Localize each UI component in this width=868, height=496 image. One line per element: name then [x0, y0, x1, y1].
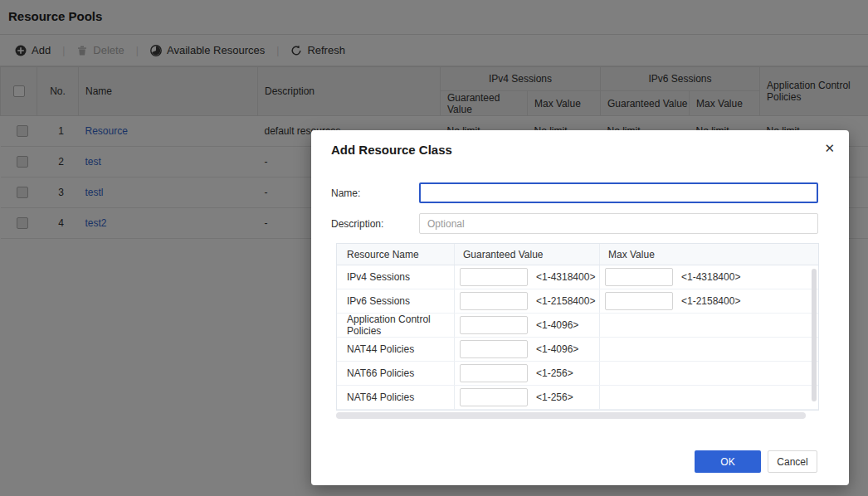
name-label: Name: [331, 187, 360, 199]
nat66-guaranteed-input[interactable] [460, 364, 528, 382]
resource-row: IPv6 Sessions <1-2158400> <1-2158400> [337, 289, 818, 314]
range-hint: <1-256> [536, 391, 573, 403]
ipv6-guaranteed-input[interactable] [460, 292, 528, 310]
range-hint: <1-2158400> [681, 295, 740, 307]
nat64-guaranteed-input[interactable] [460, 388, 528, 406]
app-control-guaranteed-input[interactable] [460, 316, 528, 334]
description-field[interactable] [419, 213, 818, 234]
name-field[interactable] [419, 182, 818, 203]
ok-button[interactable]: OK [695, 450, 761, 473]
resource-row-name: IPv4 Sessions [337, 265, 455, 289]
description-label: Description: [331, 218, 383, 230]
range-hint: <1-256> [536, 367, 573, 379]
resource-row: IPv4 Sessions <1-4318400> <1-4318400> [337, 265, 818, 289]
resource-row-name: NAT44 Policies [337, 338, 455, 361]
resource-row-name: Application Control Policies [337, 314, 455, 337]
cancel-button[interactable]: Cancel [768, 450, 817, 473]
resource-row-name: NAT66 Policies [337, 362, 455, 385]
ipv4-max-input[interactable] [605, 268, 673, 286]
resource-row: Application Control Policies <1-4096> [337, 314, 818, 338]
range-hint: <1-4318400> [536, 271, 595, 283]
resource-table-header: Resource Name Guaranteed Value Max Value [337, 244, 818, 265]
ipv6-max-input[interactable] [605, 292, 673, 310]
vertical-scrollbar[interactable] [812, 269, 817, 401]
resource-row: NAT44 Policies <1-4096> [337, 338, 818, 362]
col-max-value: Max Value [600, 244, 818, 265]
nat44-guaranteed-input[interactable] [460, 340, 528, 358]
range-hint: <1-4096> [536, 343, 578, 355]
resource-pools-page: Resource Pools Add | Delete | Available … [0, 0, 868, 496]
horizontal-scrollbar-thumb[interactable] [336, 412, 806, 419]
horizontal-scrollbar[interactable] [336, 412, 819, 419]
resource-row-name: NAT64 Policies [337, 386, 455, 409]
col-resource-name: Resource Name [337, 244, 455, 265]
add-resource-class-dialog: Add Resource Class ✕ Name: Description: … [311, 130, 849, 485]
resource-row-name: IPv6 Sessions [337, 289, 455, 313]
range-hint: <1-4096> [536, 319, 578, 331]
resource-class-table: Resource Name Guaranteed Value Max Value… [336, 243, 819, 411]
dialog-title: Add Resource Class [331, 143, 452, 157]
resource-row: NAT66 Policies <1-256> [337, 362, 818, 386]
range-hint: <1-2158400> [536, 295, 595, 307]
col-guaranteed-value: Guaranteed Value [455, 244, 600, 265]
close-icon[interactable]: ✕ [824, 141, 835, 156]
range-hint: <1-4318400> [681, 271, 740, 283]
resource-row: NAT64 Policies <1-256> [337, 386, 818, 410]
ipv4-guaranteed-input[interactable] [460, 268, 528, 286]
